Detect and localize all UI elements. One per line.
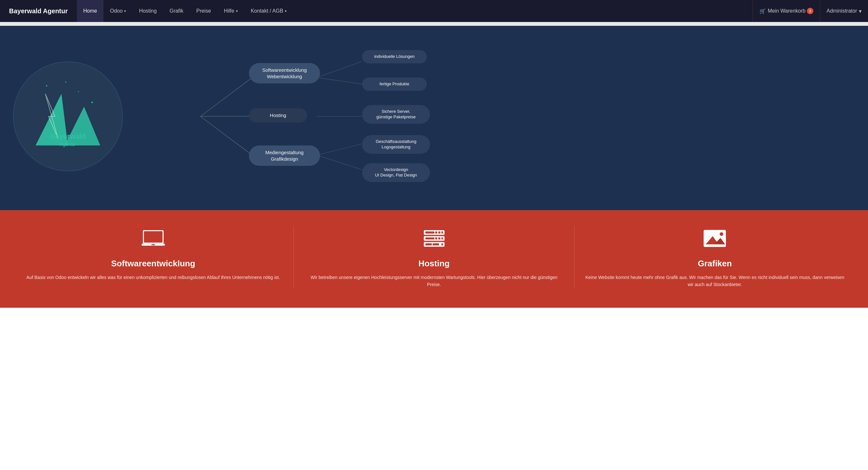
cart-badge: 3 [807,8,813,14]
nav-admin[interactable]: Administrator ▾ [820,0,868,22]
svg-rect-17 [425,231,434,233]
nav-item-hilfe[interactable]: Hilfe ▾ [218,0,244,22]
svg-rect-22 [425,237,434,239]
image-icon [702,226,728,252]
svg-rect-18 [435,231,437,233]
chevron-down-icon: ▾ [124,9,126,13]
scroll-indicator [0,22,868,26]
svg-rect-20 [441,231,443,233]
nav-item-home[interactable]: Home [77,0,104,22]
features-section: Softwareentwicklung Auf Basis von Odoo e… [0,210,868,308]
svg-rect-25 [441,237,443,239]
svg-point-34 [720,232,723,236]
logo-circle: ✦ ✦ ✦ ✦ Bayerwald Agentur [13,61,123,171]
chevron-down-icon: ▾ [236,9,238,13]
svg-line-6 [317,77,362,84]
svg-line-11 [317,155,362,170]
feature-hosting-desc: Wir betreiben unsere eigenen Hochleistun… [304,274,565,288]
feature-hosting: Hosting Wir betreiben unsere eigenen Hoc… [294,226,575,288]
feature-grafiken-desc: Keine Website kommt heute mehr ohne Graf… [584,274,845,288]
feature-grafiken: Grafiken Keine Website kommt heute mehr … [575,226,855,288]
cart-label: Mein Warenkorb [768,8,806,14]
nav-item-hosting[interactable]: Hosting [132,0,163,22]
server-icon [421,226,447,252]
feature-software: Softwareentwicklung Auf Basis von Odoo e… [13,226,293,281]
mm-node-fertige: fertige Produkte [362,77,427,91]
svg-point-15 [151,244,155,245]
mm-node-media: MediengestaltungGrafikdesign [249,146,320,166]
chevron-down-icon: ▾ [285,9,287,13]
mm-node-individuelle: individuelle Lösungen [362,50,427,63]
mm-node-vector: VectordesignUI Design, Flat Design [362,163,430,182]
laptop-icon [140,226,166,252]
mm-node-software: SoftwareentwicklungWebentwicklung [249,63,320,84]
nav-item-kontakt[interactable]: Kontakt / AGB ▾ [244,0,293,22]
svg-line-5 [317,61,362,77]
chevron-down-icon: ▾ [859,8,862,14]
svg-rect-29 [441,243,443,245]
cart-icon: 🛒 [760,8,766,14]
feature-grafiken-title: Grafiken [584,259,845,269]
nav-item-odoo[interactable]: Odoo ▾ [103,0,132,22]
feature-hosting-title: Hosting [304,259,565,269]
svg-rect-19 [438,231,440,233]
svg-line-4 [200,77,252,116]
nav-item-grafik[interactable]: Grafik [163,0,190,22]
svg-rect-24 [438,237,440,239]
nav-items: Home Odoo ▾ Hosting Grafik Preise Hilfe … [77,0,752,22]
feature-software-title: Softwareentwicklung [23,259,284,269]
nav-brand: Bayerwald Agentur [0,0,77,22]
svg-line-10 [317,144,362,155]
svg-line-9 [200,116,252,155]
mm-node-server: Sichere Server,günstige Paketpreise [362,105,430,124]
logo-inner: ✦ ✦ ✦ ✦ Bayerwald Agentur [26,74,110,158]
svg-rect-13 [144,231,163,243]
navbar: Bayerwald Agentur Home Odoo ▾ Hosting Gr… [0,0,868,22]
mm-node-hosting: Hosting [249,108,307,123]
svg-rect-28 [433,243,439,245]
nav-cart[interactable]: 🛒 Mein Warenkorb 3 [752,0,820,22]
svg-rect-27 [425,243,432,245]
svg-rect-23 [435,237,437,239]
nav-item-preise[interactable]: Preise [190,0,217,22]
mindmap: SoftwareentwicklungWebentwicklung Hostin… [142,45,855,187]
logo-company-name: Bayerwald [50,132,86,140]
hero-section: ✦ ✦ ✦ ✦ Bayerwald Agentur [0,26,868,210]
mm-node-geschaeft: GeschäftsausstattungLogogestaltung [362,135,430,154]
feature-software-desc: Auf Basis von Odoo entwickeln wir alles … [23,274,284,281]
logo-subtitle: Agentur [60,142,76,147]
